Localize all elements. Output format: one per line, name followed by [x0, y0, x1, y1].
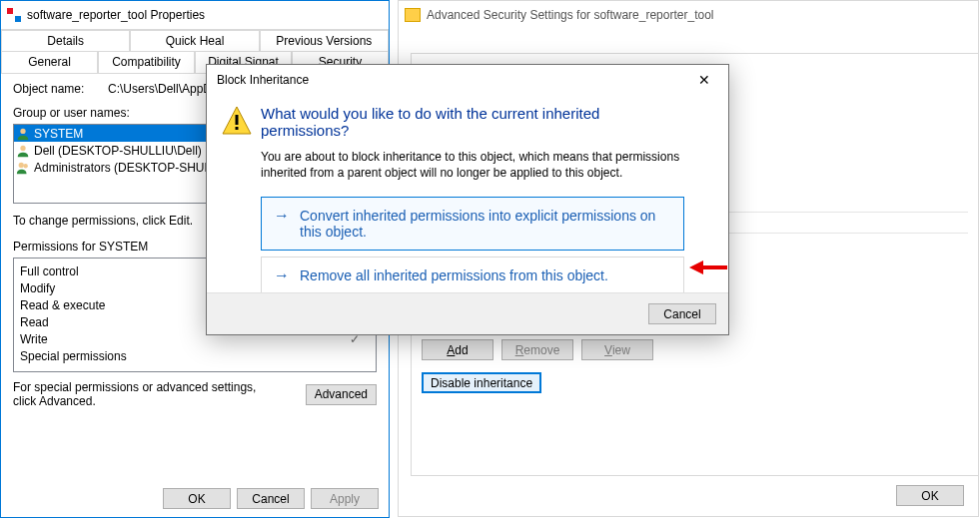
svg-marker-8 [689, 260, 703, 274]
ok-button[interactable]: OK [163, 488, 231, 509]
arrow-icon: → [274, 208, 290, 224]
dialog-buttons: OK Cancel Apply [163, 488, 379, 509]
window-titlebar[interactable]: software_reporter_tool Properties [1, 1, 389, 29]
remove-button[interactable]: Remove [501, 339, 573, 360]
window-title: Advanced Security Settings for software_… [427, 8, 713, 22]
advanced-button[interactable]: Advanced [306, 384, 377, 405]
window-title: software_reporter_tool Properties [27, 8, 205, 22]
view-button[interactable]: View [581, 339, 653, 360]
dialog-heading: What would you like to do with the curre… [261, 105, 684, 139]
user-icon [16, 127, 30, 141]
tab-previous-versions[interactable]: Previous Versions [260, 30, 389, 51]
tab-compatibility[interactable]: Compatibility [98, 51, 195, 73]
svg-rect-5 [236, 115, 239, 125]
window-titlebar[interactable]: Advanced Security Settings for software_… [399, 1, 978, 29]
tab-quickheal[interactable]: Quick Heal [130, 30, 259, 51]
remove-permissions-option[interactable]: → Remove all inherited permissions from … [261, 257, 684, 294]
entry-buttons: Add Remove View [422, 339, 968, 360]
tab-details[interactable]: Details [1, 30, 130, 51]
apply-button[interactable]: Apply [311, 488, 379, 509]
cancel-button[interactable]: Cancel [648, 303, 716, 324]
disable-inheritance-button[interactable]: Disable inheritance [422, 372, 541, 393]
perm-row: Special permissions [20, 347, 370, 364]
ok-button[interactable]: OK [896, 485, 964, 506]
svg-point-1 [20, 145, 25, 150]
svg-point-0 [20, 128, 25, 133]
svg-rect-6 [236, 127, 239, 130]
close-icon[interactable]: ✕ [684, 66, 724, 94]
advanced-hint: For special permissions or advanced sett… [13, 380, 263, 408]
object-name-label: Object name: [13, 82, 108, 96]
properties-icon [7, 8, 21, 22]
svg-point-3 [23, 164, 27, 168]
dialog-titlebar[interactable]: Block Inheritance ✕ [207, 65, 728, 95]
add-button[interactable]: Add [422, 339, 493, 360]
cancel-button[interactable]: Cancel [237, 488, 305, 509]
svg-point-2 [19, 162, 24, 167]
arrow-icon: → [274, 267, 290, 283]
dialog-text: You are about to block inheritance to th… [261, 149, 684, 181]
annotation-arrow-icon [689, 259, 729, 276]
users-icon [16, 161, 30, 175]
block-inheritance-dialog: Block Inheritance ✕ What would you like … [206, 64, 729, 335]
user-icon [16, 144, 30, 158]
dialog-title: Block Inheritance [217, 73, 309, 87]
folder-icon [405, 8, 421, 22]
tab-general[interactable]: General [1, 51, 98, 73]
convert-permissions-option[interactable]: → Convert inherited permissions into exp… [261, 197, 684, 251]
object-name-value: C:\Users\Dell\AppDat [108, 82, 222, 96]
dialog-footer: Cancel [207, 292, 728, 334]
warning-icon [221, 105, 253, 137]
